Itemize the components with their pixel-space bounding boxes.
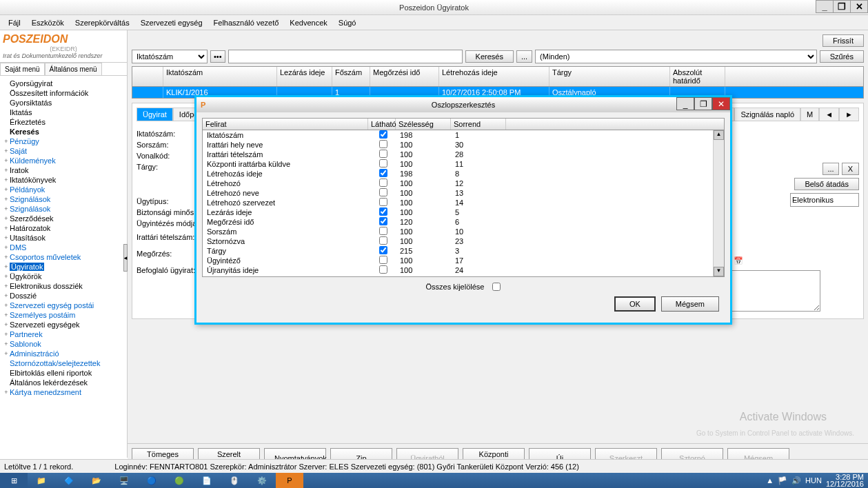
- tree-item[interactable]: +DMS: [1, 243, 125, 252]
- dialog-close[interactable]: ✕: [712, 97, 730, 110]
- maximize-button[interactable]: ❐: [833, 0, 851, 13]
- visible-checkbox[interactable]: [379, 217, 387, 225]
- tree-item[interactable]: +Szervezeti egységek: [1, 320, 125, 329]
- column-row[interactable]: Létrehozás ideje1988: [203, 169, 724, 179]
- tree-item[interactable]: +Szerződések: [1, 214, 125, 223]
- taskbar-item-9[interactable]: ⚙️: [248, 473, 276, 488]
- tree-item[interactable]: +Szignálások: [1, 204, 125, 214]
- tree-item[interactable]: Elbirtoklás elleni riportok: [1, 368, 125, 378]
- column-row[interactable]: Létrehozó neve10013: [203, 188, 724, 198]
- dialog-scrollbar[interactable]: ▲ ▼: [713, 130, 724, 276]
- minimize-button[interactable]: _: [816, 0, 834, 13]
- col-header-felirat[interactable]: Felirat: [203, 119, 368, 130]
- sidebar-collapse-handle[interactable]: ◄: [123, 244, 128, 272]
- search-input[interactable]: [228, 50, 463, 63]
- menu-súgó[interactable]: Súgó: [333, 17, 362, 28]
- column-row[interactable]: Iktatószám1981: [203, 130, 724, 140]
- menu-fájl[interactable]: Fájl: [3, 17, 26, 28]
- column-row[interactable]: Sztornózva10023: [203, 236, 724, 246]
- column-row[interactable]: Irattári tételszám10028: [203, 150, 724, 159]
- col-header-lathato[interactable]: Látható: [368, 119, 396, 130]
- tree-item[interactable]: +Határozatok: [1, 223, 125, 233]
- tabs-nav-left[interactable]: ◄: [819, 108, 839, 121]
- tree-item[interactable]: +Példányok: [1, 185, 125, 194]
- tree-item[interactable]: +Saját: [1, 146, 125, 156]
- menu-kedvencek[interactable]: Kedvencek: [284, 17, 332, 28]
- column-row[interactable]: Irattári hely neve10030: [203, 140, 724, 150]
- visible-checkbox[interactable]: [379, 256, 387, 264]
- tree-item[interactable]: Általános lekérdezések: [1, 378, 125, 387]
- menu-eszközök[interactable]: Eszközök: [26, 17, 70, 28]
- dialog-ok-button[interactable]: OK: [614, 296, 656, 312]
- column-row[interactable]: Ügyintéző10017: [203, 256, 724, 265]
- tree-item[interactable]: Összesített információk: [1, 88, 125, 98]
- tree-item[interactable]: +Adminisztráció: [1, 349, 125, 358]
- tray-clock[interactable]: 3:28 PM 12/12/2016: [826, 474, 864, 487]
- column-row[interactable]: Központi irattárba küldve10011: [203, 159, 724, 169]
- visible-checkbox[interactable]: [379, 150, 387, 158]
- tree-item[interactable]: +Iktatókönyvek: [1, 175, 125, 185]
- grid-col-header[interactable]: Főszám: [332, 67, 370, 86]
- sidebar-tab-altalanos[interactable]: Általános menü: [45, 63, 102, 75]
- tree-item[interactable]: +Küldemények: [1, 156, 125, 165]
- sidebar-tab-sajat[interactable]: Saját menü: [0, 63, 45, 75]
- visible-checkbox[interactable]: [379, 130, 387, 139]
- grid-col-header[interactable]: Abszolút határidő: [670, 67, 725, 86]
- tree-item[interactable]: +Sablonok: [1, 339, 125, 349]
- dialog-maximize[interactable]: ❐: [694, 97, 712, 110]
- tree-item[interactable]: +Pénzügy: [1, 136, 125, 146]
- tray-lang[interactable]: HUN: [805, 476, 822, 485]
- visible-checkbox[interactable]: [379, 265, 387, 274]
- filter-button[interactable]: Szűrés: [820, 50, 864, 63]
- tree-item[interactable]: Iktatás: [1, 108, 125, 117]
- taskbar-item-8[interactable]: 🖱️: [221, 473, 248, 488]
- visible-checkbox[interactable]: [379, 207, 387, 216]
- taskbar-item-4[interactable]: 🖥️: [110, 473, 138, 488]
- search-options-button[interactable]: •••: [210, 50, 225, 63]
- tree-item[interactable]: Sztornózottak/selejtezettek: [1, 358, 125, 368]
- visible-checkbox[interactable]: [379, 169, 387, 177]
- visible-checkbox[interactable]: [379, 198, 387, 206]
- visible-checkbox[interactable]: [379, 179, 387, 187]
- calendar-icon[interactable]: 📅: [734, 256, 743, 265]
- taskbar-item-1[interactable]: 📁: [28, 473, 55, 488]
- column-row[interactable]: Létrehozó10012: [203, 179, 724, 188]
- grid-col-header[interactable]: Tárgy: [549, 67, 670, 86]
- tree-item[interactable]: +Dosszié: [1, 291, 125, 301]
- taskbar-item-2[interactable]: 🔷: [55, 473, 83, 488]
- belso-atadas-button[interactable]: Belső átadás: [794, 178, 859, 190]
- tree-item[interactable]: +Személyes postáim: [1, 310, 125, 320]
- dialog-minimize[interactable]: _: [676, 97, 694, 110]
- tree-item[interactable]: Gyorsügyirat: [1, 79, 125, 88]
- grid-col-header[interactable]: Létrehozás ideje: [439, 67, 549, 86]
- tray-icon-flag[interactable]: 🏳️: [778, 476, 787, 485]
- close-button[interactable]: ✕: [850, 0, 868, 13]
- menu-szerepkörváltás[interactable]: Szerepkörváltás: [70, 17, 135, 28]
- tree-item[interactable]: Gyorsiktatás: [1, 98, 125, 108]
- tree-item[interactable]: +Elektronikus dossziék: [1, 281, 125, 291]
- scroll-down[interactable]: ▼: [714, 267, 724, 276]
- taskbar-item-6[interactable]: 🟢: [165, 473, 193, 488]
- tree-item[interactable]: +Partnerek: [1, 329, 125, 339]
- col-header-sorrend[interactable]: Sorrend: [451, 119, 506, 130]
- column-row[interactable]: Megőrzési idő1206: [203, 217, 724, 227]
- tree-item[interactable]: +Szignálások: [1, 194, 125, 204]
- tree-item[interactable]: Keresés: [1, 127, 125, 136]
- visible-checkbox[interactable]: [379, 246, 387, 254]
- select-all-checkbox[interactable]: [492, 283, 501, 291]
- grid-col-header[interactable]: Iktatószám: [163, 67, 277, 86]
- tab-ugyirat[interactable]: Ügyirat: [137, 108, 173, 121]
- tree-item[interactable]: +Szervezeti egység postái: [1, 301, 125, 310]
- tabs-nav-right[interactable]: ►: [839, 108, 859, 121]
- elektronikus-field[interactable]: [790, 193, 859, 207]
- tray-icon-sound[interactable]: 🔊: [791, 476, 801, 485]
- tray-icon-1[interactable]: ▲: [766, 476, 774, 485]
- menu-felhasználó vezető[interactable]: Felhasználó vezető: [208, 17, 285, 28]
- tree-item[interactable]: +Utasítások: [1, 233, 125, 243]
- grid-col-header[interactable]: Lezárás ideje: [277, 67, 332, 86]
- tab-szignalas-naplo[interactable]: Szignálás napló: [734, 108, 800, 121]
- visible-checkbox[interactable]: [379, 236, 387, 245]
- taskbar-item-7[interactable]: 📄: [193, 473, 221, 488]
- tree-item[interactable]: +Ügykörök: [1, 272, 125, 281]
- menu-szervezeti egység[interactable]: Szervezeti egység: [135, 17, 208, 28]
